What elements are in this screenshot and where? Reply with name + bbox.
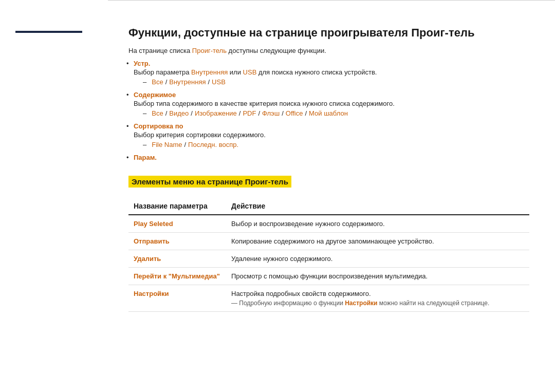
intro-text-before: На странице списка [128, 47, 190, 54]
feature-list: • Устр. Выбор параметра Внутренняя или U… [134, 60, 529, 161]
col-header-action: Действие [226, 199, 529, 215]
action-send: Копирование содержимого на другое запоми… [226, 233, 529, 250]
section2-heading: Элементы меню на странице Проиг-тель [128, 176, 291, 188]
sidebar [0, 0, 108, 392]
bullet-desc-2: Выбор типа содержимого в качестве критер… [134, 100, 529, 107]
sub-dash-1: Все / Внутренняя / USB [143, 78, 529, 86]
bullet-dot-4: • [126, 154, 129, 161]
param-table: Название параметра Действие Play Seleted… [128, 199, 529, 312]
table-row: Play Seleted Выбор и воспроизведение нуж… [128, 215, 529, 233]
bullet-title-2: Содержимое [134, 91, 176, 99]
bullet-title-3: Сортировка по [134, 122, 183, 130]
link-all-1[interactable]: Все [152, 78, 163, 86]
link-image[interactable]: Изображение [195, 109, 237, 117]
table-row: Отправить Копирование содержимого на дру… [128, 233, 529, 250]
sub-dash-2: Все / Видео / Изображение / PDF / Флэш /… [143, 109, 529, 117]
link-usb[interactable]: USB [243, 68, 257, 76]
table-header-row: Название параметра Действие [128, 199, 529, 215]
bullet-dot-3: • [126, 122, 129, 130]
param-send: Отправить [128, 233, 226, 250]
intro-link[interactable]: Проиг-тель [192, 47, 227, 54]
bullet-desc-1: Выбор параметра Внутренняя или USB для п… [134, 68, 529, 76]
link-pdf[interactable]: PDF [243, 109, 256, 117]
bullet-desc-3: Выбор критерия сортировки содержимого. [134, 131, 529, 139]
settings-note: — Подробную информацию о функции Настрой… [231, 300, 524, 307]
link-office[interactable]: Office [286, 109, 303, 117]
action-settings: Настройка подробных свойств содержимого.… [226, 285, 529, 312]
table-row: Настройки Настройка подробных свойств со… [128, 285, 529, 312]
link-video[interactable]: Видео [169, 109, 189, 117]
link-settings-note[interactable]: Настройки [345, 300, 377, 307]
param-play-selected: Play Seleted [128, 215, 226, 233]
bullet-title-4: Парам. [134, 154, 157, 161]
bullet-dot-2: • [126, 91, 129, 99]
intro-paragraph: На странице списка Проиг-тель доступны с… [128, 47, 529, 54]
sub-dash-3: File Name / Последн. воспр. [143, 141, 529, 148]
table-row: Удалить Удаление нужного содержимого. [128, 250, 529, 268]
link-filename[interactable]: File Name [152, 141, 182, 148]
link-all-2[interactable]: Все [152, 109, 163, 117]
param-goto-multimedia: Перейти к "Мультимедиа" [128, 268, 226, 285]
link-flash[interactable]: Флэш [262, 109, 280, 117]
list-item-content: • Содержимое Выбор типа содержимого в ка… [134, 91, 529, 117]
link-vnutrennyaya-2[interactable]: Внутренняя [169, 78, 206, 86]
main-content: Функции, доступные на странице проигрыва… [108, 0, 555, 392]
list-item-ustr: • Устр. Выбор параметра Внутренняя или U… [134, 60, 529, 86]
action-goto-multimedia: Просмотр с помощью функции воспроизведен… [226, 268, 529, 285]
page-title: Функции, доступные на странице проигрыва… [128, 26, 529, 40]
intro-text-after: доступны следующие функции. [229, 47, 326, 54]
bullet-title-1: Устр. [134, 60, 150, 67]
list-item-param: • Парам. [134, 154, 529, 161]
list-item-sort: • Сортировка по Выбор критерия сортировк… [134, 122, 529, 148]
link-vnutrennyaya[interactable]: Внутренняя [191, 68, 228, 76]
action-play-selected: Выбор и воспроизведение нужного содержим… [226, 215, 529, 233]
sidebar-accent-bar [15, 31, 82, 33]
bullet-dot-1: • [126, 60, 129, 67]
param-settings: Настройки [128, 285, 226, 312]
param-delete: Удалить [128, 250, 226, 268]
link-lastplayed[interactable]: Последн. воспр. [188, 141, 238, 148]
link-mytemplate[interactable]: Мой шаблон [309, 109, 348, 117]
table-row: Перейти к "Мультимедиа" Просмотр с помощ… [128, 268, 529, 285]
action-delete: Удаление нужного содержимого. [226, 250, 529, 268]
col-header-param: Название параметра [128, 199, 226, 215]
link-usb-2[interactable]: USB [212, 78, 226, 86]
